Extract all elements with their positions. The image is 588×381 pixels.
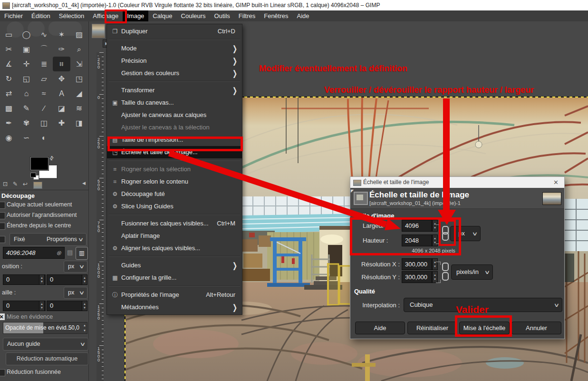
tool-ellipse-select-icon[interactable]: ◯	[18, 27, 35, 42]
tab-pointer-icon[interactable]: ✎	[13, 181, 18, 187]
menu-item-crop-to-selection[interactable]: ⌗Rogner selon la sélection	[107, 163, 242, 176]
menu-item-configure-grid[interactable]: ▦Configurer la grille...	[107, 272, 242, 284]
menu-item-slice-using-guides[interactable]: ⚙Slice Using Guides	[107, 200, 242, 213]
default-colors-icon-fg[interactable]	[30, 173, 36, 177]
auto-shrink-button[interactable]: Réduction automatique	[6, 352, 88, 365]
tool-gradient-icon[interactable]: ▩	[0, 101, 18, 116]
position-x-spinner[interactable]: ▲▼	[39, 274, 45, 285]
menubar-item-outils[interactable]: Outils	[210, 10, 234, 21]
size-unit-dropdown-dialog[interactable]: px∨	[450, 226, 481, 241]
menubar-item-affichage[interactable]: Affichage	[88, 10, 123, 21]
collapse-panel-icon[interactable]: ◀	[82, 181, 86, 186]
tool-blur-icon[interactable]: ◉	[0, 130, 18, 145]
scale-button[interactable]: Mise à l'échelle	[459, 322, 510, 334]
portrait-orientation-icon[interactable]: ▤	[67, 249, 73, 256]
tool-scissors-select-icon[interactable]: ✂	[0, 42, 18, 57]
tool-mypaint-brush-icon[interactable]: ✾	[18, 116, 35, 130]
menubar-item-couleurs[interactable]: Couleurs	[177, 10, 210, 21]
tool-foreground-select-icon[interactable]: ▣	[18, 42, 35, 57]
resolution-unit-dropdown[interactable]: pixels/in∨	[451, 264, 493, 280]
menu-item-transform[interactable]: Transformer❯	[107, 84, 242, 97]
tool-color-picker-icon[interactable]: ✑	[53, 42, 70, 57]
tool-shear-icon[interactable]: ▱	[35, 71, 53, 86]
size-x-spinner[interactable]: ▲▼	[39, 301, 45, 311]
tool-handle-transform-icon[interactable]: ✥	[53, 71, 70, 86]
opacity-spinner[interactable]: ▲▼	[83, 323, 86, 333]
checkbox-fixed[interactable]	[0, 236, 5, 243]
clear-icon[interactable]: ⊗	[56, 247, 61, 258]
tool-unified-transform-icon[interactable]: ⇲	[70, 57, 88, 71]
interpolation-dropdown[interactable]: Cubique∨	[404, 298, 562, 312]
landscape-orientation-icon[interactable]: ▥	[76, 247, 88, 260]
foreground-color-swatch[interactable]	[30, 157, 48, 170]
menubar-item-filtres[interactable]: Filtres	[234, 10, 260, 21]
menu-item-align-visible-layers[interactable]: ⚙Aligner les calques visibles...	[107, 242, 242, 254]
checkbox-allow-growing[interactable]	[0, 212, 5, 219]
broken-chain-icon-2[interactable]	[442, 272, 449, 281]
checkbox-current-layer-only[interactable]	[0, 202, 5, 209]
tool-flip-icon[interactable]: ⇄	[0, 86, 18, 101]
reset-button[interactable]: Réinitialiser	[407, 322, 457, 334]
checkbox-shrink-merged[interactable]	[0, 369, 5, 376]
menu-item-color-management[interactable]: Gestion des couleurs❯	[107, 67, 242, 79]
tab-undo-history-icon[interactable]: ↩	[23, 181, 28, 187]
image-tab-thumbnail[interactable]	[92, 24, 105, 38]
chain-link-icon-2[interactable]	[442, 232, 449, 241]
tool-heal-icon[interactable]: ✚	[53, 116, 70, 130]
menu-item-flatten-image[interactable]: Aplatir l'image	[107, 230, 242, 242]
tool-text-icon[interactable]: A	[53, 86, 70, 101]
size-unit-dropdown[interactable]: px ∨	[64, 287, 87, 299]
width-input[interactable]: 4096	[402, 220, 432, 232]
resolution-x-input[interactable]: 300,000	[402, 258, 432, 270]
tool-move-icon[interactable]: ✛	[18, 57, 35, 71]
tool-clone-icon[interactable]: ◫	[35, 116, 53, 130]
tool-airbrush-icon[interactable]: ≋	[70, 101, 88, 116]
menu-item-fit-canvas-to-layers[interactable]: Ajuster le canevas aux calques	[107, 109, 242, 121]
tool-paintbrush-icon[interactable]: ∕	[35, 101, 53, 116]
menu-item-merge-visible-layers[interactable]: Fusionner les calques visibles...Ctrl+M	[107, 217, 242, 230]
menubar-item-aide[interactable]: Aide	[293, 10, 314, 21]
tool-dodge-burn-icon[interactable]: ◐	[35, 130, 53, 145]
tool-warp-icon[interactable]: ≈	[35, 86, 53, 101]
menubar-item-image[interactable]: Image	[123, 10, 148, 21]
menu-item-crop-to-content[interactable]: ⌗Rogner selon le contenu	[107, 176, 242, 188]
menubar-item-édition[interactable]: Édition	[27, 10, 55, 21]
menubar-item-calque[interactable]: Calque	[148, 10, 176, 21]
resolution-y-input[interactable]: 300,000	[402, 271, 432, 283]
menu-item-canvas-size[interactable]: ▣Taille du canevas...	[107, 97, 242, 109]
tool-measure-icon[interactable]: ∡	[0, 57, 18, 71]
position-y-spinner[interactable]: ▲▼	[82, 274, 87, 285]
menu-item-mode[interactable]: Mode❯	[107, 42, 242, 55]
menu-item-precision[interactable]: Précision❯	[107, 55, 242, 67]
height-input[interactable]: 2048	[402, 234, 432, 246]
close-icon[interactable]: ✕	[553, 177, 559, 188]
cancel-button[interactable]: Annuler	[511, 322, 561, 334]
menu-item-scale-image[interactable]: ◳Échelle et taille de l'image...	[107, 146, 242, 158]
menubar-item-fichier[interactable]: Fichier	[0, 10, 27, 21]
tool-paths-icon[interactable]: ⌒	[35, 42, 53, 57]
aspect-ratio-input[interactable]: 4096:2048 ⊗	[3, 247, 65, 259]
guides-dropdown[interactable]: Aucun guide ∨	[3, 338, 88, 351]
help-button[interactable]: Aide	[355, 322, 405, 334]
menubar-item-fenêtres[interactable]: Fenêtres	[260, 10, 292, 21]
menu-item-duplicate[interactable]: ❐DupliquerCtrl+D	[107, 25, 242, 38]
tab-tool-options-icon[interactable]: ⊡	[3, 181, 8, 187]
size-y-spinner[interactable]: ▲▼	[82, 301, 87, 311]
broken-chain-icon[interactable]	[442, 263, 449, 271]
tool-rectangle-select-icon[interactable]: ▭	[0, 27, 18, 42]
tab-image-thumbnail-icon[interactable]	[33, 182, 42, 189]
tool-smudge-icon[interactable]: ∽	[18, 130, 35, 145]
tool-bucket-fill-icon[interactable]: ◢	[70, 86, 88, 101]
tool-ink-icon[interactable]: ✒	[0, 116, 18, 130]
dialog-titlebar[interactable]: Échelle et taille de l'image ✕	[350, 177, 564, 188]
checkbox-expand-from-center[interactable]	[0, 223, 5, 230]
tool-perspective-icon[interactable]: ◳	[70, 71, 88, 86]
menubar-item-sélection[interactable]: Sélection	[55, 10, 88, 21]
vertical-ruler[interactable]: - 2 5 002 5 05 0 07 5 01 0 0 01 2 5 01 5…	[96, 52, 104, 381]
highlight-opacity-slider[interactable]: Opacité de mise en évid... 50,0 ▲▼	[3, 322, 87, 334]
menu-item-zealous-crop[interactable]: ⚙Découpage futé	[107, 188, 242, 200]
tool-rotate-icon[interactable]: ↻	[0, 71, 18, 86]
tool-crop-icon[interactable]: ⌗	[53, 57, 70, 71]
menu-item-fit-canvas-to-selection[interactable]: Ajuster le canevas à la sélection	[107, 121, 242, 134]
menu-item-metadata[interactable]: Métadonnées❯	[107, 301, 242, 313]
